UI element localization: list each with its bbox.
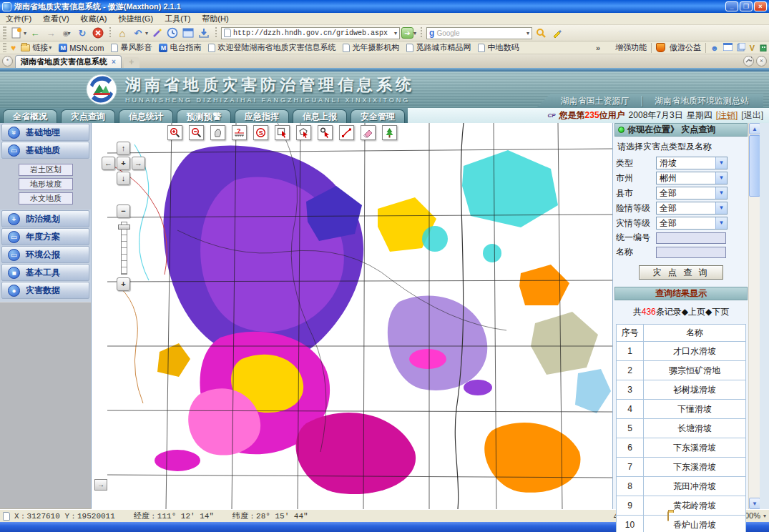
link-geo-monitor[interactable]: 湖南省地质环境监测总站 [655,94,749,108]
sidebar-item-base-geology[interactable]: ▭ 基础地质 [1,142,89,159]
disaster-level-select[interactable]: 全部▼ [656,217,728,230]
highlight-icon[interactable] [549,26,564,40]
result-row[interactable]: 10香炉山滑坡 [617,516,746,532]
chevron-down-icon[interactable]: ▼ [715,187,727,199]
result-row[interactable]: 2骡宗恒矿滑地 [617,361,746,380]
tab-security-admin[interactable]: 安全管理 [351,109,405,123]
close-button[interactable]: × [754,1,767,11]
full-extent-button[interactable]: S [253,125,268,140]
forward-button[interactable]: → [44,26,58,40]
back-button[interactable]: ← [28,26,42,40]
sidebar-item-annual-plan[interactable]: ▭ 年度方案 [1,228,89,245]
layer-tree-button[interactable] [382,125,397,140]
save-button[interactable] [197,26,211,40]
sidebar-item-disaster-data[interactable]: ● 灾害数据 [1,282,89,299]
new-tab-button[interactable]: + [124,57,139,68]
charity-shield-icon[interactable] [656,43,665,52]
zoom-slider-thumb[interactable] [118,225,130,230]
sidebar-item-base-geography[interactable]: » 基础地理 [1,124,89,141]
folder-status-icon[interactable] [667,512,669,521]
pan-down-button[interactable]: ↓ [117,172,130,185]
panel-button[interactable] [181,26,195,40]
point-query-button[interactable] [318,125,333,140]
pan-right-button[interactable]: → [132,157,145,170]
prev-page-link[interactable]: ◆上页 [682,307,705,317]
stop-button[interactable] [91,26,105,40]
tab-tools-button[interactable] [743,56,754,66]
menu-tools[interactable]: 工具(T) [159,13,196,25]
scroll-down-icon[interactable]: ▼ [749,498,760,509]
tab-close-icon[interactable]: × [112,58,116,66]
risk-level-select[interactable]: 全部▼ [656,202,728,215]
tab-forecast-warning[interactable]: 预测预警 [177,109,231,123]
next-page-link[interactable]: ◆下页 [705,307,729,317]
result-row[interactable]: 6下东溪滑坡 [617,438,746,458]
eraser-button[interactable] [361,125,376,140]
chevron-down-icon[interactable]: ▼ [715,157,727,169]
zoom-in-slider-button[interactable]: + [117,277,130,291]
chevron-down-icon[interactable]: ▼ [715,172,727,184]
pan-up-button[interactable]: ↑ [117,142,130,155]
tab-statistics[interactable]: 信息统计 [119,109,173,123]
search-icon[interactable] [534,26,548,40]
tab-info-report[interactable]: 信息上报 [293,109,347,123]
map-pan-right-button[interactable]: → [94,479,107,491]
select-region-button[interactable] [296,125,311,140]
panel-scrollbar[interactable]: ▲ ▼ [748,123,760,509]
page-dropdown-button[interactable]: ◉▾ [59,26,74,40]
menu-file[interactable]: 文件(F) [0,13,37,25]
disaster-query-button[interactable]: 灾 点 查 询 [639,265,723,280]
sub-item-rock-zoning[interactable]: 岩土区划 [19,164,73,176]
zoom-window-button[interactable] [275,125,290,140]
link-city[interactable]: 觅路城市精品网 [404,42,473,53]
name-input[interactable] [656,247,726,258]
menu-view[interactable]: 查看(V) [37,13,75,25]
result-row[interactable]: 7下东溪滑坡 [617,458,746,477]
url-text[interactable]: http://dzzh.hndh.gov.cn/gridweb.aspx [233,29,393,37]
zoom-in-button[interactable] [167,125,182,140]
links-folder[interactable]: 链接 ▾ [19,42,54,53]
tab-bar-close-button[interactable]: × [756,56,767,66]
result-row[interactable]: 9黄花岭滑坡 [617,496,746,516]
zoom-slider-track[interactable] [121,222,127,275]
undo-dropdown-icon[interactable]: ▾ [145,30,148,36]
map-viewport[interactable]: ? S ↑ ← + → ↓ − + → [92,123,612,509]
go-button[interactable]: ➔ [401,27,413,39]
new-page-button[interactable] [9,26,24,40]
notes-icon[interactable] [737,43,745,53]
link-radio[interactable]: M电台指南 [157,42,203,53]
zoom-out-slider-button[interactable]: − [117,205,130,218]
exit-link[interactable]: [退出] [741,109,763,122]
search-engine-dropdown-icon[interactable]: ▾ [526,30,529,36]
center-button[interactable]: + [117,157,130,170]
building-icon[interactable] [759,43,768,53]
restore-button[interactable]: ❐ [740,1,753,11]
county-select[interactable]: 全部▼ [656,187,728,200]
url-dropdown-icon[interactable]: ▾ [394,30,397,36]
tab-disaster-query[interactable]: 灾点查询 [61,109,115,123]
unified-id-input[interactable] [656,232,726,244]
result-row[interactable]: 3衫树垅滑坡 [617,380,746,400]
link-msn[interactable]: MMSN.com [57,44,106,52]
tab-province-overview[interactable]: 全省概况 [3,109,57,123]
links-overflow-button[interactable]: » [596,44,600,52]
menu-help[interactable]: 帮助(H) [196,13,234,25]
wand-button[interactable] [150,26,164,40]
history-button[interactable] [165,26,180,40]
search-bar[interactable]: g Google ▾ [426,27,532,39]
link-welcome[interactable]: 欢迎登陆湖南省地质灾害信息系统 [206,42,338,53]
result-row[interactable]: 5长塘滑坡 [617,419,746,438]
sidebar-item-prevention-plan[interactable]: + 防治规划 [1,210,89,227]
minimize-button[interactable]: _ [725,1,738,11]
scroll-up-icon[interactable]: ▲ [749,123,760,134]
menu-favorites[interactable]: 收藏(A) [75,13,113,25]
new-page-dropdown-icon[interactable]: ▾ [24,30,26,36]
link-land-resources[interactable]: 湖南省国土资源厅 [561,94,630,108]
chevron-down-icon[interactable]: ▼ [715,202,727,214]
sidebar-item-env-bulletin[interactable]: ▭ 环境公报 [1,246,89,263]
tab-active[interactable]: 湖南省地质灾害信息系统 × [15,55,122,68]
link-zhongdi[interactable]: 中地数码 [476,42,521,53]
user-icon[interactable]: ☻ [710,44,719,52]
sidebar-item-basic-tools[interactable]: ■ 基本工具 [1,264,89,281]
favorites-heart-icon[interactable]: ♥ [11,43,16,53]
